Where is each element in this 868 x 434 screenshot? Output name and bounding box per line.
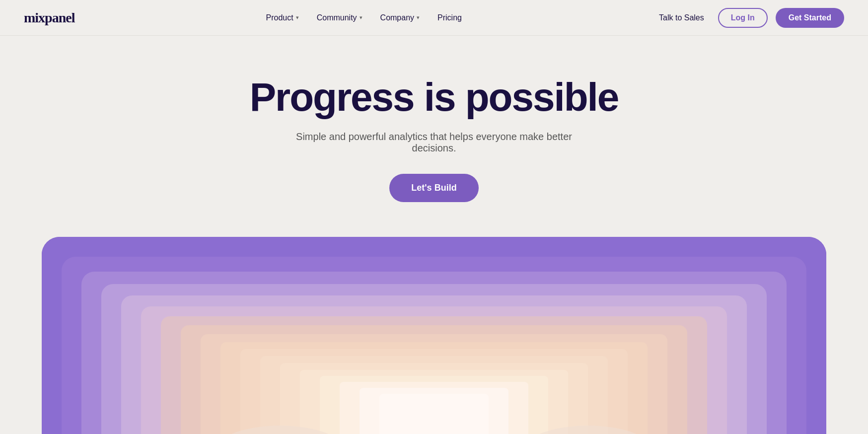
nav-item-community[interactable]: Community ▾	[317, 13, 362, 22]
hero-subtitle: Simple and powerful analytics that helps…	[275, 131, 593, 154]
chevron-down-icon: ▾	[360, 14, 362, 21]
nav-item-pricing[interactable]: Pricing	[437, 13, 462, 22]
nav-community-label: Community	[317, 13, 357, 22]
login-button[interactable]: Log In	[718, 8, 768, 28]
chevron-down-icon: ▾	[417, 14, 420, 21]
chevron-down-icon: ▾	[296, 14, 299, 21]
talk-to-sales-button[interactable]: Talk to Sales	[653, 9, 710, 26]
nav-pricing-label: Pricing	[437, 13, 462, 22]
get-started-button[interactable]: Get Started	[776, 8, 844, 28]
hero-section: Progress is possible Simple and powerful…	[0, 36, 868, 232]
lets-build-button[interactable]: Let's Build	[389, 174, 478, 202]
nav-item-product[interactable]: Product ▾	[266, 13, 299, 22]
logo[interactable]: mixpanel	[24, 10, 74, 26]
nav-links: Product ▾ Community ▾ Company ▾ Pricing	[266, 13, 462, 22]
deco-card	[42, 237, 826, 434]
hero-title: Progress is possible	[250, 75, 619, 119]
nav-product-label: Product	[266, 13, 293, 22]
navbar: mixpanel Product ▾ Community ▾ Company ▾…	[0, 0, 868, 36]
nav-item-company[interactable]: Company ▾	[380, 13, 420, 22]
hero-visual	[0, 237, 868, 434]
nav-company-label: Company	[380, 13, 414, 22]
deco-illustration	[42, 237, 826, 434]
svg-rect-17	[379, 394, 489, 434]
nav-actions: Talk to Sales Log In Get Started	[653, 8, 844, 28]
